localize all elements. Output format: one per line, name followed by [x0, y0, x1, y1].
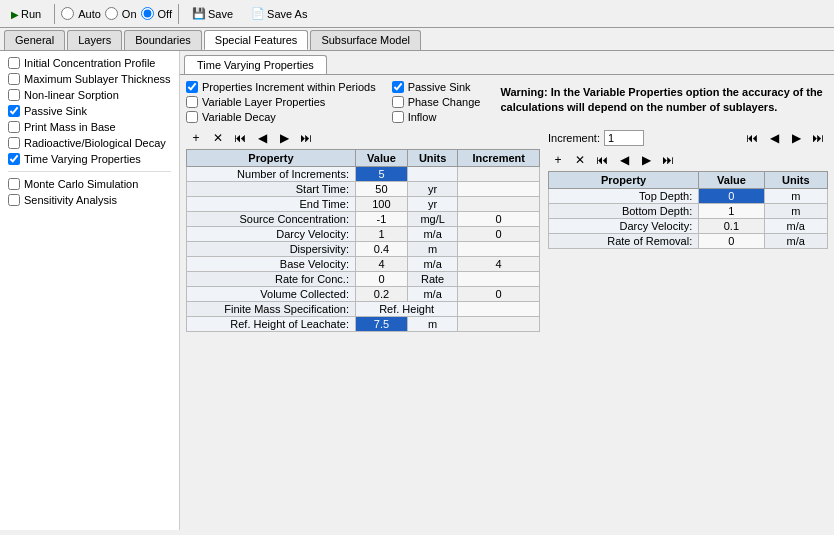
rt-add-button[interactable]: + [548, 151, 568, 169]
cell-value[interactable]: 0.2 [355, 287, 407, 302]
cell-value[interactable]: 0 [355, 272, 407, 287]
tab-boundaries[interactable]: Boundaries [124, 30, 202, 50]
item-passive-sink[interactable]: Passive Sink [0, 103, 179, 119]
label-print-mass: Print Mass in Base [24, 121, 116, 133]
off-radio[interactable] [141, 7, 154, 20]
cell-label: Volume Collected: [187, 287, 356, 302]
item-monte-carlo[interactable]: Monte Carlo Simulation [0, 176, 179, 192]
option-variable-decay[interactable]: Variable Decay [186, 111, 376, 123]
checkbox-time-varying[interactable] [8, 153, 20, 165]
rt-col-units: Units [764, 172, 827, 189]
rt-last-button[interactable]: ⏭ [808, 129, 828, 147]
rt-last2-button[interactable]: ⏭ [658, 151, 678, 169]
run-button[interactable]: Run [4, 5, 48, 23]
checkbox-print-mass[interactable] [8, 121, 20, 133]
label-inflow: Inflow [408, 111, 437, 123]
rt-cell-value[interactable]: 0 [699, 234, 764, 249]
option-phase-change[interactable]: Phase Change [392, 96, 481, 108]
rt-next-button[interactable]: ▶ [786, 129, 806, 147]
checkbox-radioactive[interactable] [8, 137, 20, 149]
auto-radio[interactable] [61, 7, 74, 20]
option-passive-sink[interactable]: Passive Sink [392, 81, 481, 93]
prev-button[interactable]: ◀ [252, 129, 272, 147]
item-time-varying[interactable]: Time Varying Properties [0, 151, 179, 167]
tab-special-features[interactable]: Special Features [204, 30, 309, 50]
col-increment: Increment [458, 150, 540, 167]
item-sensitivity[interactable]: Sensitivity Analysis [0, 192, 179, 208]
toolbar: Run Auto On Off 💾 Save 📄 Save As [0, 0, 834, 28]
cell-value[interactable]: 7.5 [355, 317, 407, 332]
first-button[interactable]: ⏮ [230, 129, 250, 147]
cb-variable-layer[interactable] [186, 96, 198, 108]
inner-tab-time-varying[interactable]: Time Varying Properties [184, 55, 327, 74]
cell-units [407, 167, 457, 182]
cell-increment [458, 242, 540, 257]
item-max-sublayer[interactable]: Maximum Sublayer Thickness [0, 71, 179, 87]
tab-subsurface-model[interactable]: Subsurface Model [310, 30, 421, 50]
label-variable-layer: Variable Layer Properties [202, 96, 325, 108]
cell-value[interactable]: 4 [355, 257, 407, 272]
cell-value[interactable]: 0.4 [355, 242, 407, 257]
option-inflow[interactable]: Inflow [392, 111, 481, 123]
next-button[interactable]: ▶ [274, 129, 294, 147]
increment-input[interactable] [604, 130, 644, 146]
cb-inflow[interactable] [392, 111, 404, 123]
cb-variable-decay[interactable] [186, 111, 198, 123]
cb-passive-sink[interactable] [392, 81, 404, 93]
cell-value[interactable]: 5 [355, 167, 407, 182]
checkbox-nonlinear-sorption[interactable] [8, 89, 20, 101]
cb-phase-change[interactable] [392, 96, 404, 108]
option-variable-layer[interactable]: Variable Layer Properties [186, 96, 376, 108]
checkbox-passive-sink[interactable] [8, 105, 20, 117]
rt-cell-units: m [764, 204, 827, 219]
rt-first2-button[interactable]: ⏮ [592, 151, 612, 169]
rt-cell-value[interactable]: 0.1 [699, 219, 764, 234]
options-col1: Properties Increment within Periods Vari… [186, 81, 376, 123]
tab-layers[interactable]: Layers [67, 30, 122, 50]
item-radioactive[interactable]: Radioactive/Biological Decay [0, 135, 179, 151]
rt-cell-value[interactable]: 1 [699, 204, 764, 219]
item-initial-conc[interactable]: Initial Concentration Profile [0, 55, 179, 71]
item-print-mass[interactable]: Print Mass in Base [0, 119, 179, 135]
table-row: End Time: 100 yr [187, 197, 540, 212]
item-nonlinear-sorption[interactable]: Non-linear Sorption [0, 87, 179, 103]
rt-cell-label: Bottom Depth: [549, 204, 699, 219]
checkbox-initial-conc[interactable] [8, 57, 20, 69]
cell-value[interactable]: -1 [355, 212, 407, 227]
on-radio[interactable] [105, 7, 118, 20]
delete-row-button[interactable]: ✕ [208, 129, 228, 147]
add-row-button[interactable]: + [186, 129, 206, 147]
checkbox-sensitivity[interactable] [8, 194, 20, 206]
rt-first-button[interactable]: ⏮ [742, 129, 762, 147]
saveas-button[interactable]: 📄 Save As [244, 4, 314, 23]
checkbox-monte-carlo[interactable] [8, 178, 20, 190]
rt-prev-button[interactable]: ◀ [764, 129, 784, 147]
checkbox-max-sublayer[interactable] [8, 73, 20, 85]
left-panel: Initial Concentration Profile Maximum Su… [0, 51, 180, 530]
table-row: Darcy Velocity: 0.1 m/a [549, 219, 828, 234]
cell-value[interactable]: 50 [355, 182, 407, 197]
inner-tab-bar: Time Varying Properties [180, 51, 834, 75]
rt-prev2-button[interactable]: ◀ [614, 151, 634, 169]
warning-area: Warning: In the Variable Properties opti… [496, 81, 828, 123]
rt-next2-button[interactable]: ▶ [636, 151, 656, 169]
cell-value-span[interactable]: Ref. Height [355, 302, 457, 317]
table-row: Dispersivity: 0.4 m [187, 242, 540, 257]
cell-units: m/a [407, 287, 457, 302]
cell-value[interactable]: 1 [355, 227, 407, 242]
rt-delete-button[interactable]: ✕ [570, 151, 590, 169]
table-row: Top Depth: 0 m [549, 189, 828, 204]
save-button[interactable]: 💾 Save [185, 4, 240, 23]
tab-general[interactable]: General [4, 30, 65, 50]
options-area: Properties Increment within Periods Vari… [186, 81, 828, 123]
cell-label: Start Time: [187, 182, 356, 197]
label-nonlinear-sorption: Non-linear Sorption [24, 89, 119, 101]
cb-prop-increment[interactable] [186, 81, 198, 93]
label-prop-increment: Properties Increment within Periods [202, 81, 376, 93]
cell-value[interactable]: 100 [355, 197, 407, 212]
rt-cell-value[interactable]: 0 [699, 189, 764, 204]
option-prop-increment[interactable]: Properties Increment within Periods [186, 81, 376, 93]
table-row: Rate of Removal: 0 m/a [549, 234, 828, 249]
label-max-sublayer: Maximum Sublayer Thickness [24, 73, 171, 85]
last-button[interactable]: ⏭ [296, 129, 316, 147]
